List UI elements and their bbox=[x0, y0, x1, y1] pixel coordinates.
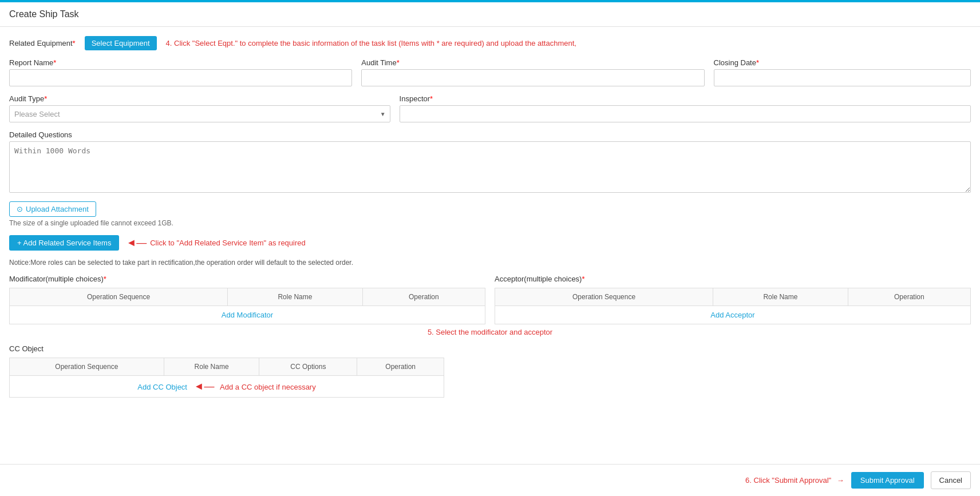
modificator-table: Operation Sequence Role Name Operation A… bbox=[9, 288, 485, 324]
page-container: Create Ship Task Related Equipment* Sele… bbox=[0, 2, 980, 496]
audit-type-group: Audit Type* Please Select bbox=[9, 94, 390, 122]
add-acceptor-link[interactable]: Add Acceptor bbox=[710, 311, 754, 319]
cc-col-sequence: Operation Sequence bbox=[10, 358, 164, 376]
acc-col-operation: Operation bbox=[848, 288, 970, 306]
report-name-input[interactable] bbox=[9, 69, 352, 86]
modificator-panel: Modificator(multiple choices)* Operation… bbox=[9, 275, 485, 324]
roles-divider bbox=[485, 275, 495, 324]
cc-add-row: Add CC Object ◄— Add a CC object if nece… bbox=[10, 376, 444, 398]
equipment-label: Related Equipment* bbox=[9, 39, 76, 47]
cc-table: Operation Sequence Role Name CC Options … bbox=[9, 358, 444, 398]
page-title: Create Ship Task bbox=[9, 9, 79, 19]
audit-time-label: Audit Time* bbox=[361, 58, 704, 67]
cc-arrow-icon: ◄— bbox=[194, 380, 215, 392]
audit-inspector-row: Audit Type* Please Select Inspector* 互海科… bbox=[9, 94, 971, 122]
acceptor-add-row: Add Acceptor bbox=[495, 306, 971, 324]
add-service-section: + Add Related Service Items ◄— Click to … bbox=[9, 235, 971, 251]
upload-icon: ⊙ bbox=[17, 205, 23, 213]
cc-col-operation: Operation bbox=[357, 358, 444, 376]
basic-fields-row: Report Name* Audit Time* Closing Date* bbox=[9, 58, 971, 86]
modificator-add-row: Add Modificator bbox=[10, 306, 485, 324]
audit-type-select-wrapper: Please Select bbox=[9, 105, 390, 122]
inspector-input[interactable]: 互海科技-高银 bbox=[400, 105, 971, 122]
acceptor-panel: Acceptor(multiple choices)* Operation Se… bbox=[495, 275, 971, 324]
equipment-row: Related Equipment* Select Equipment 4. C… bbox=[9, 36, 971, 50]
cc-title: CC Object bbox=[9, 344, 971, 353]
mod-col-operation: Operation bbox=[362, 288, 485, 306]
form-area: Related Equipment* Select Equipment 4. C… bbox=[0, 27, 980, 464]
submit-approval-button[interactable]: Submit Approval bbox=[851, 472, 924, 489]
add-cc-object-link[interactable]: Add CC Object bbox=[137, 383, 187, 391]
step5-instruction: 5. Select the modificator and acceptor bbox=[9, 328, 971, 336]
footer-arrow-icon: → bbox=[837, 476, 844, 485]
audit-time-group: Audit Time* bbox=[361, 58, 704, 86]
report-name-label: Report Name* bbox=[9, 58, 352, 67]
footer-bar: 6. Click "Submit Approval" → Submit Appr… bbox=[0, 464, 980, 496]
acc-col-sequence: Operation Sequence bbox=[495, 288, 713, 306]
closing-date-input[interactable] bbox=[714, 69, 971, 86]
cancel-button[interactable]: Cancel bbox=[931, 471, 971, 489]
audit-time-input[interactable] bbox=[361, 69, 704, 86]
inspector-label: Inspector* bbox=[400, 94, 971, 103]
detailed-questions-textarea[interactable] bbox=[9, 141, 971, 193]
acc-col-role: Role Name bbox=[713, 288, 848, 306]
acceptor-table: Operation Sequence Role Name Operation A… bbox=[495, 288, 971, 324]
cc-instruction: Add a CC object if necessary bbox=[220, 383, 316, 391]
notice-text: Notice:More roles can be selected to tak… bbox=[9, 259, 971, 267]
mod-col-sequence: Operation Sequence bbox=[10, 288, 228, 306]
file-limit-text: The size of a single uploaded file canno… bbox=[9, 219, 971, 227]
detailed-questions-label: Detailed Questions bbox=[9, 130, 72, 139]
cc-col-options: CC Options bbox=[259, 358, 357, 376]
closing-date-label: Closing Date* bbox=[714, 58, 971, 67]
page-header: Create Ship Task bbox=[0, 2, 980, 27]
modificator-title: Modificator(multiple choices)* bbox=[9, 275, 485, 283]
closing-date-group: Closing Date* bbox=[714, 58, 971, 86]
roles-section: Modificator(multiple choices)* Operation… bbox=[9, 275, 971, 324]
service-arrow-icon: ◄— bbox=[126, 237, 147, 249]
mod-col-role: Role Name bbox=[228, 288, 363, 306]
audit-type-select[interactable]: Please Select bbox=[9, 105, 390, 122]
cc-add-cell: Add CC Object ◄— Add a CC object if nece… bbox=[10, 376, 444, 398]
detailed-questions-section: Detailed Questions bbox=[9, 130, 971, 195]
acceptor-title: Acceptor(multiple choices)* bbox=[495, 275, 971, 283]
service-instruction: Click to "Add Related Service Item" as r… bbox=[150, 239, 306, 247]
upload-section: ⊙ Upload Attachment bbox=[9, 201, 971, 217]
acceptor-add-cell: Add Acceptor bbox=[495, 306, 971, 324]
step6-text: 6. Click "Submit Approval" → bbox=[745, 476, 844, 485]
upload-attachment-button[interactable]: ⊙ Upload Attachment bbox=[9, 201, 96, 217]
service-arrow-label: ◄— Click to "Add Related Service Item" a… bbox=[126, 237, 305, 249]
report-name-group: Report Name* bbox=[9, 58, 352, 86]
select-equipment-button[interactable]: Select Equipment bbox=[85, 36, 157, 50]
equipment-instruction: 4. Click "Select Eqpt." to complete the … bbox=[166, 39, 971, 47]
cc-section: CC Object Operation Sequence Role Name C… bbox=[9, 344, 971, 398]
add-service-button[interactable]: + Add Related Service Items bbox=[9, 235, 119, 251]
cc-col-role: Role Name bbox=[164, 358, 259, 376]
add-modificator-link[interactable]: Add Modificator bbox=[222, 311, 273, 319]
audit-type-label: Audit Type* bbox=[9, 94, 390, 103]
modificator-add-cell: Add Modificator bbox=[10, 306, 485, 324]
inspector-group: Inspector* 互海科技-高银 bbox=[400, 94, 971, 122]
